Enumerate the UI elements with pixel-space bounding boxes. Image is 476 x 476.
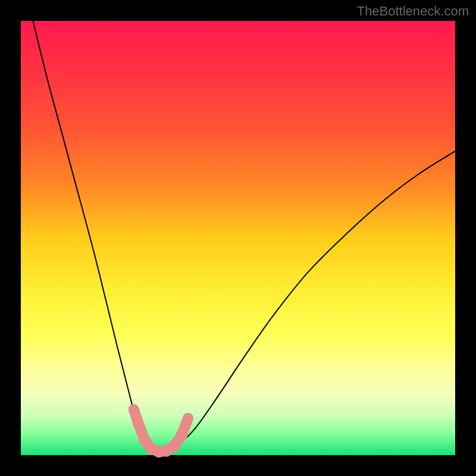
bottleneck-chart [0,0,476,476]
marker-dot [176,430,187,441]
marker-dot [129,404,139,415]
watermark-text: TheBottleneck.com [357,4,469,19]
plot-background [21,21,455,455]
marker-dot [133,417,143,428]
marker-dot [183,413,193,424]
marker-dot [168,440,180,452]
chart-container: TheBottleneck.com [0,0,476,476]
